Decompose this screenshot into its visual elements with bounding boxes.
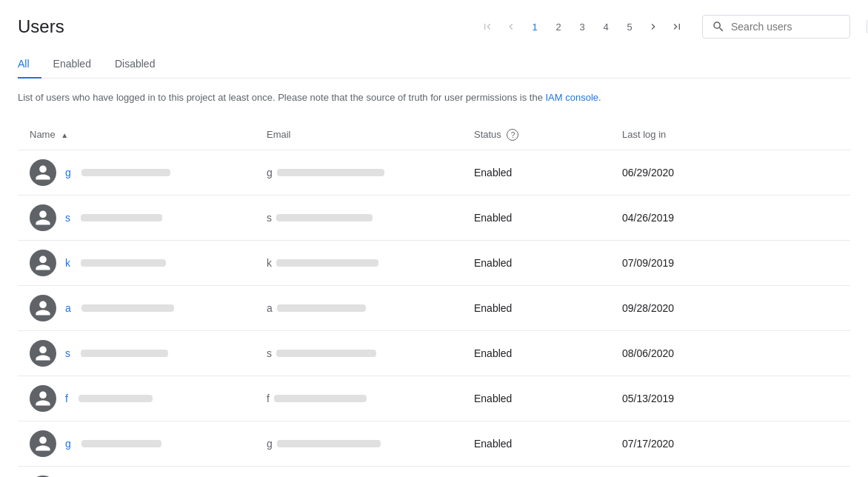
email-initial: s xyxy=(267,347,272,359)
user-name-redacted xyxy=(79,395,153,402)
tab-disabled[interactable]: Disabled xyxy=(103,50,167,79)
user-status-cell: Enabled xyxy=(462,467,610,477)
user-email-cell: k xyxy=(255,241,462,286)
user-name-redacted xyxy=(81,214,162,221)
user-name-cell: k xyxy=(18,241,255,286)
user-name-cell: g xyxy=(18,150,255,196)
email-redacted xyxy=(276,214,373,221)
table-row: a a Enabled04/16/2020 xyxy=(18,467,850,477)
user-email-cell: a xyxy=(255,286,462,331)
page-title: Users xyxy=(18,16,64,37)
user-name-cell: s xyxy=(18,196,255,241)
user-initial: g xyxy=(65,167,71,179)
email-redacted xyxy=(277,169,384,176)
user-status-cell: Enabled xyxy=(462,376,610,421)
email-redacted xyxy=(277,304,366,312)
tab-enabled[interactable]: Enabled xyxy=(41,50,103,79)
email-initial: s xyxy=(267,212,272,224)
table-row: s s Enabled04/26/2019 xyxy=(18,196,850,241)
user-email-cell: a xyxy=(255,467,462,477)
pagination-last-btn[interactable] xyxy=(667,16,687,37)
table-row: s s Enabled08/06/2020 xyxy=(18,331,850,376)
users-table: Name ▲ Email Status ? Last log in g g xyxy=(18,120,850,478)
iam-console-link[interactable]: IAM console xyxy=(546,92,599,103)
pagination-page-4[interactable]: 4 xyxy=(595,16,616,37)
user-name-redacted xyxy=(81,440,161,447)
email-initial: f xyxy=(267,393,270,404)
avatar xyxy=(30,250,56,276)
user-initial: k xyxy=(65,257,70,269)
avatar xyxy=(30,159,56,186)
search-icon xyxy=(712,20,725,33)
sort-icon: ▲ xyxy=(61,131,68,139)
user-initial: f xyxy=(65,393,68,404)
users-table-container: Name ▲ Email Status ? Last log in g g xyxy=(18,120,850,478)
user-lastlogin-cell: 07/09/2019 xyxy=(610,241,850,286)
user-status-cell: Enabled xyxy=(462,150,610,196)
user-name-cell: f xyxy=(18,376,255,421)
user-lastlogin-cell: 06/29/2020 xyxy=(610,150,850,196)
user-initial: s xyxy=(65,347,70,359)
avatar xyxy=(30,340,56,367)
user-name-cell: a xyxy=(18,467,255,477)
avatar xyxy=(30,204,56,231)
pagination-page-3[interactable]: 3 xyxy=(572,16,592,37)
user-lastlogin-cell: 04/26/2019 xyxy=(610,196,850,241)
user-status-cell: Enabled xyxy=(462,421,610,467)
info-text: List of users who have logged in to this… xyxy=(18,90,850,105)
pagination-controls: 1 2 3 4 5 xyxy=(477,16,687,37)
email-initial: g xyxy=(267,438,273,450)
user-status-cell: Enabled xyxy=(462,241,610,286)
table-header-row: Name ▲ Email Status ? Last log in xyxy=(18,120,850,150)
search-input[interactable] xyxy=(731,21,861,33)
user-lastlogin-cell: 09/28/2020 xyxy=(610,286,850,331)
pagination-first-btn[interactable] xyxy=(477,16,498,37)
pagination-prev-btn[interactable] xyxy=(501,16,521,37)
user-name-redacted xyxy=(81,259,166,267)
avatar xyxy=(30,430,56,457)
user-lastlogin-cell: 04/16/2020 xyxy=(610,467,850,477)
email-redacted xyxy=(274,395,367,402)
user-email-cell: f xyxy=(255,376,462,421)
user-status-cell: Enabled xyxy=(462,331,610,376)
user-lastlogin-cell: 07/17/2020 xyxy=(610,421,850,467)
user-name-redacted xyxy=(81,350,168,357)
user-initial: a xyxy=(65,302,71,314)
col-header-lastlogin: Last log in xyxy=(610,120,850,150)
email-redacted xyxy=(277,440,381,447)
header-controls: 1 2 3 4 5 / xyxy=(477,15,850,39)
user-name-redacted xyxy=(81,169,170,176)
tabs-bar: All Enabled Disabled xyxy=(18,50,850,79)
user-initial: s xyxy=(65,212,70,224)
user-initial: g xyxy=(65,438,71,450)
email-initial: k xyxy=(267,257,272,269)
user-name-cell: a xyxy=(18,286,255,331)
col-header-name[interactable]: Name ▲ xyxy=(18,120,255,150)
table-row: k k Enabled07/09/2019 xyxy=(18,241,850,286)
status-help-icon[interactable]: ? xyxy=(507,129,518,141)
pagination-next-btn[interactable] xyxy=(643,16,664,37)
email-redacted xyxy=(276,350,376,357)
search-box[interactable]: / xyxy=(702,15,850,39)
user-lastlogin-cell: 08/06/2020 xyxy=(610,331,850,376)
user-email-cell: g xyxy=(255,150,462,196)
user-status-cell: Enabled xyxy=(462,286,610,331)
user-email-cell: s xyxy=(255,331,462,376)
user-email-cell: g xyxy=(255,421,462,467)
tab-all[interactable]: All xyxy=(18,50,41,79)
pagination-page-1[interactable]: 1 xyxy=(524,16,545,37)
email-redacted xyxy=(276,259,378,267)
user-lastlogin-cell: 05/13/2019 xyxy=(610,376,850,421)
pagination-page-2[interactable]: 2 xyxy=(548,16,569,37)
table-row: g g Enabled06/29/2020 xyxy=(18,150,850,196)
email-initial: g xyxy=(267,167,273,179)
col-header-email: Email xyxy=(255,120,462,150)
user-name-cell: s xyxy=(18,331,255,376)
user-name-cell: g xyxy=(18,421,255,467)
pagination-page-5[interactable]: 5 xyxy=(619,16,640,37)
user-email-cell: s xyxy=(255,196,462,241)
avatar xyxy=(30,295,56,321)
col-header-status: Status ? xyxy=(462,120,610,150)
table-row: g g Enabled07/17/2020 xyxy=(18,421,850,467)
avatar xyxy=(30,385,56,412)
